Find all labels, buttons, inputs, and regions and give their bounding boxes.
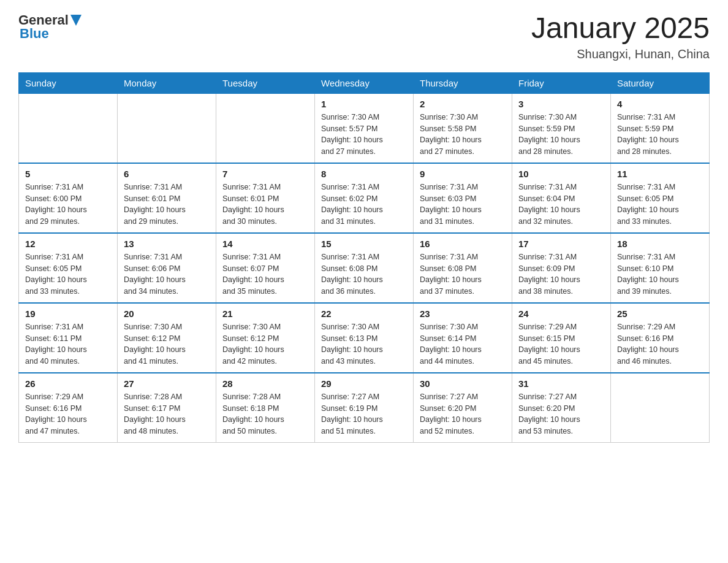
calendar-cell: 11Sunrise: 7:31 AM Sunset: 6:05 PM Dayli… [611, 163, 710, 233]
calendar-cell [118, 93, 216, 163]
logo-blue-text: Blue [20, 26, 82, 42]
calendar-cell: 28Sunrise: 7:28 AM Sunset: 6:18 PM Dayli… [216, 373, 315, 443]
calendar-week-row: 19Sunrise: 7:31 AM Sunset: 6:11 PM Dayli… [19, 303, 710, 373]
calendar-cell [611, 373, 710, 443]
day-info: Sunrise: 7:30 AM Sunset: 6:13 PM Dayligh… [321, 321, 407, 367]
day-number: 18 [617, 239, 703, 249]
day-info: Sunrise: 7:30 AM Sunset: 5:59 PM Dayligh… [518, 112, 604, 158]
day-info: Sunrise: 7:31 AM Sunset: 6:07 PM Dayligh… [222, 251, 308, 297]
day-info: Sunrise: 7:31 AM Sunset: 6:08 PM Dayligh… [321, 251, 407, 297]
calendar-cell: 13Sunrise: 7:31 AM Sunset: 6:06 PM Dayli… [118, 233, 216, 303]
calendar-header-tuesday: Tuesday [216, 72, 315, 93]
day-number: 2 [420, 99, 506, 109]
calendar-header-monday: Monday [118, 72, 216, 93]
day-info: Sunrise: 7:29 AM Sunset: 6:16 PM Dayligh… [617, 321, 703, 367]
day-info: Sunrise: 7:27 AM Sunset: 6:20 PM Dayligh… [420, 391, 506, 437]
location: Shuangxi, Hunan, China [531, 47, 710, 61]
calendar-cell: 24Sunrise: 7:29 AM Sunset: 6:15 PM Dayli… [512, 303, 611, 373]
day-info: Sunrise: 7:31 AM Sunset: 6:05 PM Dayligh… [25, 251, 111, 297]
calendar-cell: 3Sunrise: 7:30 AM Sunset: 5:59 PM Daylig… [512, 93, 611, 163]
day-number: 13 [124, 239, 210, 249]
day-number: 4 [617, 99, 703, 109]
day-info: Sunrise: 7:30 AM Sunset: 6:14 PM Dayligh… [420, 321, 506, 367]
day-number: 31 [518, 378, 604, 389]
day-info: Sunrise: 7:31 AM Sunset: 6:03 PM Dayligh… [420, 182, 506, 228]
day-info: Sunrise: 7:31 AM Sunset: 6:00 PM Dayligh… [25, 182, 111, 228]
day-info: Sunrise: 7:31 AM Sunset: 6:09 PM Dayligh… [518, 251, 604, 297]
day-info: Sunrise: 7:30 AM Sunset: 6:12 PM Dayligh… [222, 321, 308, 367]
calendar-cell: 12Sunrise: 7:31 AM Sunset: 6:05 PM Dayli… [19, 233, 118, 303]
day-number: 16 [420, 239, 506, 249]
day-number: 17 [518, 239, 604, 249]
day-number: 9 [420, 169, 506, 179]
day-info: Sunrise: 7:30 AM Sunset: 5:57 PM Dayligh… [321, 112, 407, 158]
calendar-header-row: SundayMondayTuesdayWednesdayThursdayFrid… [19, 72, 710, 93]
page-header: General Blue January 2025 Shuangxi, Huna… [18, 12, 710, 61]
calendar-cell [216, 93, 315, 163]
day-info: Sunrise: 7:30 AM Sunset: 5:58 PM Dayligh… [420, 112, 506, 158]
day-number: 12 [25, 239, 111, 249]
day-info: Sunrise: 7:31 AM Sunset: 6:02 PM Dayligh… [321, 182, 407, 228]
calendar-cell: 2Sunrise: 7:30 AM Sunset: 5:58 PM Daylig… [414, 93, 512, 163]
calendar-cell: 22Sunrise: 7:30 AM Sunset: 6:13 PM Dayli… [315, 303, 414, 373]
calendar-cell: 8Sunrise: 7:31 AM Sunset: 6:02 PM Daylig… [315, 163, 414, 233]
calendar-cell: 31Sunrise: 7:27 AM Sunset: 6:20 PM Dayli… [512, 373, 611, 443]
day-info: Sunrise: 7:31 AM Sunset: 6:05 PM Dayligh… [617, 182, 703, 228]
calendar-cell: 14Sunrise: 7:31 AM Sunset: 6:07 PM Dayli… [216, 233, 315, 303]
calendar-cell: 16Sunrise: 7:31 AM Sunset: 6:08 PM Dayli… [414, 233, 512, 303]
calendar-cell: 17Sunrise: 7:31 AM Sunset: 6:09 PM Dayli… [512, 233, 611, 303]
day-number: 6 [124, 169, 210, 179]
calendar-cell [19, 93, 118, 163]
day-number: 29 [321, 378, 407, 389]
day-number: 14 [222, 239, 308, 249]
day-info: Sunrise: 7:31 AM Sunset: 6:11 PM Dayligh… [25, 321, 111, 367]
day-info: Sunrise: 7:29 AM Sunset: 6:15 PM Dayligh… [518, 321, 604, 367]
title-section: January 2025 Shuangxi, Hunan, China [531, 12, 710, 61]
calendar-header-wednesday: Wednesday [315, 72, 414, 93]
day-number: 20 [124, 308, 210, 319]
calendar-cell: 30Sunrise: 7:27 AM Sunset: 6:20 PM Dayli… [414, 373, 512, 443]
day-info: Sunrise: 7:27 AM Sunset: 6:19 PM Dayligh… [321, 391, 407, 437]
day-number: 24 [518, 308, 604, 319]
calendar-cell: 10Sunrise: 7:31 AM Sunset: 6:04 PM Dayli… [512, 163, 611, 233]
month-title: January 2025 [531, 12, 710, 45]
day-number: 21 [222, 308, 308, 319]
day-number: 7 [222, 169, 308, 179]
calendar-week-row: 1Sunrise: 7:30 AM Sunset: 5:57 PM Daylig… [19, 93, 710, 163]
day-number: 1 [321, 99, 407, 109]
day-info: Sunrise: 7:29 AM Sunset: 6:16 PM Dayligh… [25, 391, 111, 437]
day-number: 27 [124, 378, 210, 389]
day-info: Sunrise: 7:30 AM Sunset: 6:12 PM Dayligh… [124, 321, 210, 367]
day-info: Sunrise: 7:31 AM Sunset: 6:01 PM Dayligh… [222, 182, 308, 228]
calendar-cell: 9Sunrise: 7:31 AM Sunset: 6:03 PM Daylig… [414, 163, 512, 233]
calendar-cell: 6Sunrise: 7:31 AM Sunset: 6:01 PM Daylig… [118, 163, 216, 233]
day-info: Sunrise: 7:28 AM Sunset: 6:18 PM Dayligh… [222, 391, 308, 437]
calendar-week-row: 26Sunrise: 7:29 AM Sunset: 6:16 PM Dayli… [19, 373, 710, 443]
calendar-week-row: 12Sunrise: 7:31 AM Sunset: 6:05 PM Dayli… [19, 233, 710, 303]
calendar-table: SundayMondayTuesdayWednesdayThursdayFrid… [18, 72, 710, 443]
day-info: Sunrise: 7:31 AM Sunset: 5:59 PM Dayligh… [617, 112, 703, 158]
calendar-cell: 26Sunrise: 7:29 AM Sunset: 6:16 PM Dayli… [19, 373, 118, 443]
logo: General Blue [18, 12, 82, 42]
day-number: 23 [420, 308, 506, 319]
calendar-header-sunday: Sunday [19, 72, 118, 93]
day-number: 26 [25, 378, 111, 389]
calendar-cell: 18Sunrise: 7:31 AM Sunset: 6:10 PM Dayli… [611, 233, 710, 303]
day-number: 3 [518, 99, 604, 109]
day-number: 28 [222, 378, 308, 389]
calendar-cell: 4Sunrise: 7:31 AM Sunset: 5:59 PM Daylig… [611, 93, 710, 163]
calendar-cell: 29Sunrise: 7:27 AM Sunset: 6:19 PM Dayli… [315, 373, 414, 443]
day-number: 19 [25, 308, 111, 319]
day-number: 30 [420, 378, 506, 389]
calendar-week-row: 5Sunrise: 7:31 AM Sunset: 6:00 PM Daylig… [19, 163, 710, 233]
day-info: Sunrise: 7:31 AM Sunset: 6:10 PM Dayligh… [617, 251, 703, 297]
calendar-cell: 25Sunrise: 7:29 AM Sunset: 6:16 PM Dayli… [611, 303, 710, 373]
day-info: Sunrise: 7:31 AM Sunset: 6:06 PM Dayligh… [124, 251, 210, 297]
svg-marker-0 [70, 15, 82, 26]
day-info: Sunrise: 7:31 AM Sunset: 6:01 PM Dayligh… [124, 182, 210, 228]
calendar-cell: 20Sunrise: 7:30 AM Sunset: 6:12 PM Dayli… [118, 303, 216, 373]
calendar-cell: 23Sunrise: 7:30 AM Sunset: 6:14 PM Dayli… [414, 303, 512, 373]
calendar-cell: 5Sunrise: 7:31 AM Sunset: 6:00 PM Daylig… [19, 163, 118, 233]
calendar-cell: 7Sunrise: 7:31 AM Sunset: 6:01 PM Daylig… [216, 163, 315, 233]
calendar-cell: 15Sunrise: 7:31 AM Sunset: 6:08 PM Dayli… [315, 233, 414, 303]
